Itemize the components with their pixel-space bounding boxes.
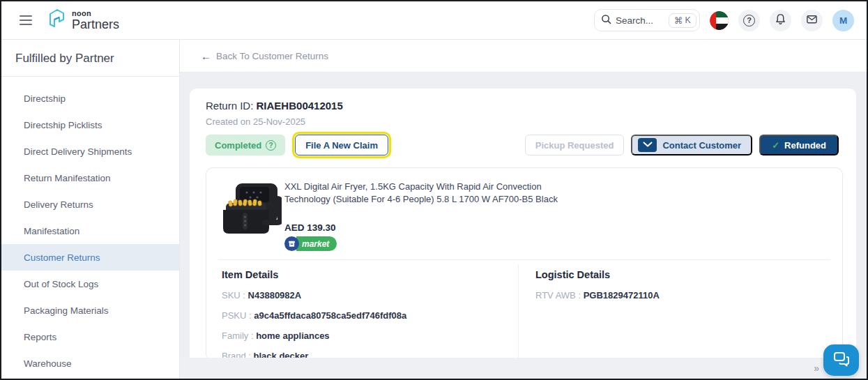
back-link-label: Back To Customer Returns: [216, 51, 328, 61]
notifications-button[interactable]: [770, 10, 791, 31]
sidebar-item-customer-returns[interactable]: Customer Returns: [1, 244, 179, 271]
messages-button[interactable]: [801, 10, 823, 31]
expand-chevrons-icon[interactable]: »: [814, 363, 819, 374]
search-icon: [601, 14, 611, 27]
logo-text-noon: noon: [72, 10, 119, 17]
sidebar-item-out-of-stock-logs[interactable]: Out of Stock Logs: [1, 271, 179, 297]
item-details-section: Item Details SKU : N43880982A PSKU : a9c…: [222, 269, 406, 361]
logistic-details-title: Logistic Details: [535, 269, 660, 280]
user-avatar[interactable]: M: [832, 10, 854, 31]
breadcrumb-bar: ← Back To Customer Returns: [180, 40, 867, 73]
contact-customer-button[interactable]: Contact Customer: [631, 135, 752, 155]
bell-icon: [775, 13, 786, 28]
command-icon: ⌘: [674, 15, 683, 26]
noon-partners-logo[interactable]: noon Partners: [47, 8, 119, 32]
app-window: noon Partners ⌘ K: [0, 0, 868, 380]
sidebar-item-directship-picklists[interactable]: Directship Picklists: [1, 112, 179, 138]
logo-text-partners: Partners: [72, 18, 119, 31]
return-id-heading: Return ID: RIAEHB00412015: [206, 100, 343, 112]
marketplace-badge-label: market: [296, 236, 337, 251]
product-image: [219, 179, 282, 241]
uae-flag-icon[interactable]: [710, 11, 729, 30]
sidebar-item-warehouse[interactable]: Warehouse: [1, 350, 179, 377]
search-input[interactable]: [616, 15, 664, 26]
noon-logo-icon: [47, 8, 66, 32]
pickup-requested-button[interactable]: Pickup Requested: [525, 135, 625, 155]
sidebar-item-manifestation[interactable]: Manifestation: [1, 218, 179, 244]
check-icon: ✓: [772, 140, 779, 151]
contact-envelope-icon: [638, 138, 657, 152]
sidebar-item-packaging-materials[interactable]: Packaging Materials: [1, 297, 179, 324]
return-detail-card: Return ID: RIAEHB00412015 Created on 25-…: [190, 89, 856, 380]
chat-widget-button[interactable]: [823, 344, 859, 376]
bottom-bar: »: [180, 358, 867, 379]
psku-row: PSKU : a9c4a5ffdaca80758ca5edf746fdf08a: [222, 310, 406, 321]
sidebar-item-direct-delivery-shipments[interactable]: Direct Delivery Shipments: [1, 138, 179, 165]
sku-row: SKU : N43880982A: [222, 290, 406, 301]
return-id-value: RIAEHB00412015: [257, 100, 343, 112]
status-help-icon[interactable]: ?: [266, 140, 276, 151]
back-to-customer-returns-link[interactable]: ← Back To Customer Returns: [201, 50, 328, 62]
sidebar-item-return-manifestation[interactable]: Return Manifestation: [1, 165, 179, 191]
sidebar-item-directship[interactable]: Directship: [1, 85, 179, 112]
marketplace-badge: market: [284, 236, 337, 251]
product-card: XXL Digital Air Fryer, 1.5KG Capacity Wi…: [206, 167, 843, 360]
status-badge-completed: Completed ?: [206, 135, 285, 155]
divider: [518, 264, 519, 360]
chat-bubbles-icon: [833, 351, 850, 370]
search-shortcut-chip: ⌘ K: [669, 13, 696, 28]
rtv-awb-row: RTV AWB : PGB1829472110A: [535, 290, 660, 301]
hamburger-menu-icon[interactable]: [20, 15, 32, 25]
created-date-text: Created on 25-Nov-2025: [206, 116, 305, 127]
sidebar-item-reports[interactable]: Reports: [1, 324, 179, 350]
divider: [218, 259, 830, 260]
sidebar-title: Fulfilled by Partner: [1, 40, 179, 77]
help-icon: ?: [743, 15, 755, 26]
back-arrow-icon: ←: [201, 50, 211, 62]
help-button[interactable]: ?: [738, 10, 760, 31]
top-bar: noon Partners ⌘ K: [1, 1, 867, 40]
search-box[interactable]: ⌘ K: [594, 9, 700, 31]
product-price: AED 139.30: [284, 222, 336, 233]
family-row: Family : home appliances: [222, 330, 406, 341]
product-title[interactable]: XXL Digital Air Fryer, 1.5KG Capacity Wi…: [284, 181, 570, 206]
item-details-title: Item Details: [222, 269, 406, 280]
sidebar-item-delivery-returns[interactable]: Delivery Returns: [1, 191, 179, 218]
file-new-claim-button[interactable]: File A New Claim: [295, 135, 388, 155]
sidebar: Fulfilled by Partner Directship Directsh…: [1, 40, 180, 379]
logistic-details-section: Logistic Details RTV AWB : PGB1829472110…: [535, 269, 660, 301]
refunded-button[interactable]: ✓ Refunded: [759, 135, 839, 155]
envelope-icon: [806, 13, 818, 28]
store-icon: [284, 236, 299, 251]
